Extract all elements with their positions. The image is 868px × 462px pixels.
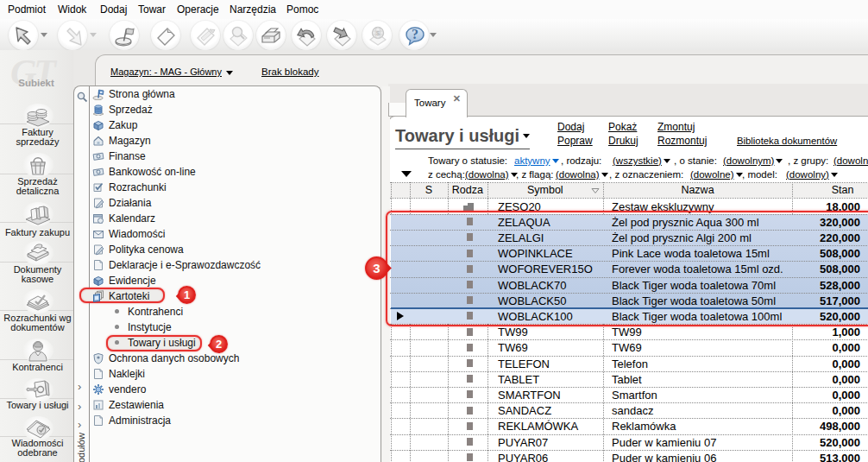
- svg-text:$: $: [376, 29, 381, 37]
- svg-text:?: ?: [412, 27, 418, 41]
